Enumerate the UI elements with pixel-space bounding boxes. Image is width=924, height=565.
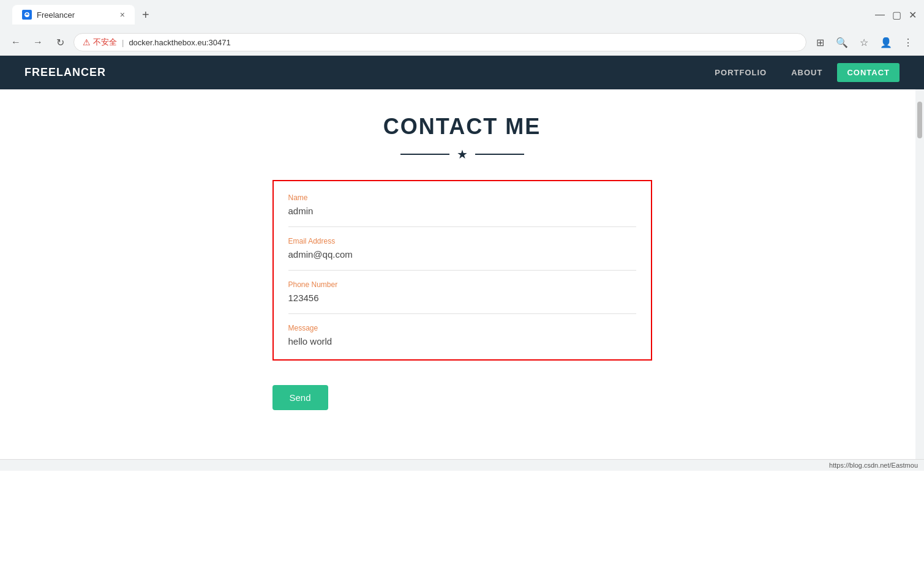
window-minimize-button[interactable]: — (875, 9, 885, 21)
forward-button[interactable]: → (29, 34, 47, 51)
email-value: admin@qq.com (288, 249, 353, 260)
scroll-thumb[interactable] (917, 102, 922, 138)
bookmark-button[interactable]: ☆ (855, 34, 873, 51)
name-field: Name admin (288, 193, 636, 227)
name-value: admin (288, 206, 314, 216)
message-field: Message hello world (288, 324, 636, 347)
tab-favicon (22, 10, 32, 20)
more-button[interactable]: ⋮ (900, 34, 917, 51)
security-text: 不安全 (93, 37, 117, 48)
browser-tab[interactable]: Freelancer × (12, 5, 135, 24)
url-display: docker.hackthebox.eu:30471 (129, 38, 230, 47)
new-tab-button[interactable]: + (137, 6, 154, 24)
message-label: Message (288, 324, 636, 332)
divider-line-right (475, 154, 524, 155)
status-url: https://blog.csdn.net/Eastmou (829, 462, 918, 469)
page-content: CONTACT ME ★ Name admin Email Address ad… (0, 89, 924, 459)
account-button[interactable]: 👤 (877, 34, 895, 51)
email-field: Email Address admin@qq.com (288, 237, 636, 271)
form-card: Name admin Email Address admin@qq.com Ph… (272, 180, 652, 361)
page-title-section: CONTACT ME ★ (12, 114, 912, 162)
nav-contact[interactable]: CONTACT (837, 63, 900, 82)
window-maximize-button[interactable]: ▢ (892, 9, 901, 21)
site-brand[interactable]: FREELANCER (24, 66, 106, 79)
site-navbar: FREELANCER PORTFOLIO ABOUT CONTACT (0, 56, 924, 89)
page-title: CONTACT ME (12, 114, 912, 140)
phone-field: Phone Number 123456 (288, 280, 636, 314)
warning-icon: ⚠ (83, 37, 91, 47)
status-bar: https://blog.csdn.net/Eastmou (0, 459, 924, 471)
site-nav: PORTFOLIO ABOUT CONTACT (705, 63, 900, 82)
url-separator: | (122, 38, 124, 47)
zoom-button[interactable]: 🔍 (833, 34, 851, 51)
scrollbar[interactable] (915, 89, 924, 459)
back-button[interactable]: ← (7, 34, 24, 51)
address-bar[interactable]: ⚠ 不安全 | docker.hackthebox.eu:30471 (73, 33, 806, 51)
name-label: Name (288, 193, 636, 202)
security-warning: ⚠ 不安全 (83, 37, 117, 48)
contact-form-wrapper: Name admin Email Address admin@qq.com Ph… (272, 180, 652, 410)
translate-button[interactable]: ⊞ (811, 34, 828, 51)
email-label: Email Address (288, 237, 636, 245)
send-button[interactable]: Send (272, 385, 328, 410)
phone-value: 123456 (288, 293, 319, 303)
nav-about[interactable]: ABOUT (781, 63, 832, 82)
title-divider: ★ (12, 147, 912, 162)
window-close-button[interactable]: ✕ (909, 9, 917, 21)
message-value: hello world (288, 336, 332, 346)
tab-title: Freelancer (37, 10, 75, 20)
nav-portfolio[interactable]: PORTFOLIO (705, 63, 776, 82)
star-icon: ★ (457, 147, 468, 162)
divider-line-left (400, 154, 449, 155)
reload-button[interactable]: ↻ (51, 34, 69, 51)
tab-close-button[interactable]: × (120, 10, 125, 20)
phone-label: Phone Number (288, 280, 636, 289)
